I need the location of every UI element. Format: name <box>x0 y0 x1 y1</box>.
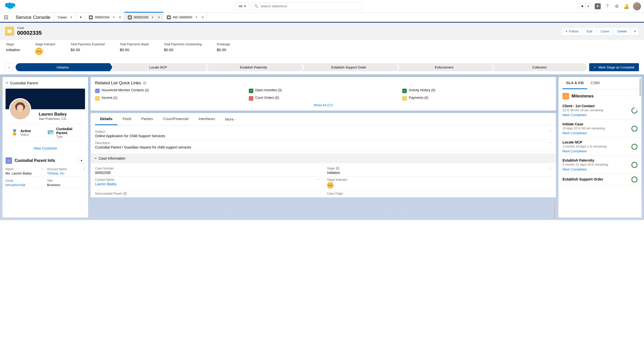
scrollbar[interactable] <box>639 79 641 96</box>
tab-interfaces[interactable]: Interfaces <box>193 113 220 125</box>
edit-pencil-icon[interactable]: ✎ <box>41 168 44 171</box>
info-icon[interactable]: i <box>143 81 146 85</box>
case-icon <box>167 15 171 19</box>
chevron-down-icon: ▼ <box>80 159 83 162</box>
notifications-bell-icon[interactable]: 🔔 <box>623 3 629 9</box>
contact-avatar <box>9 98 31 120</box>
more-actions-button[interactable]: ▼ <box>631 27 639 35</box>
right-tabset: SLA & KB C360 <box>558 77 641 89</box>
info-icon[interactable]: i <box>123 192 127 195</box>
mark-completed-link[interactable]: Mark Completed <box>562 149 629 153</box>
tab-courtfinancial[interactable]: Court/Financial <box>158 113 193 125</box>
delete-button[interactable]: Delete <box>614 27 631 35</box>
chevron-down-icon[interactable]: ▼ <box>151 16 154 19</box>
path-toggle-button[interactable]: › <box>5 63 13 71</box>
info-card-title: Custodial Parent Info <box>15 158 55 163</box>
field-title: TitleBusiness <box>47 178 85 188</box>
quick-link[interactable]: ▪Open Activities (3) <box>249 88 398 93</box>
search-icon: 🔍 <box>254 4 258 8</box>
path-step[interactable]: Establish Support Order <box>302 63 396 71</box>
app-name: Service Console <box>12 13 54 22</box>
chevron-down-icon: ▼ <box>634 30 636 33</box>
contact-card-icon: ▭ <box>6 157 12 164</box>
help-icon[interactable]: ? <box>604 3 610 9</box>
tab-label: 00002335 <box>134 15 148 19</box>
milestone-item: Establish Support Order <box>558 174 641 185</box>
global-search: All ▼ 🔍 Search Salesforce <box>19 3 579 10</box>
quick-link[interactable]: ▪Payments (0) <box>402 96 551 101</box>
workspace-tab[interactable]: 00002334▼✕ <box>85 13 124 22</box>
info-card-menu[interactable]: ▼ <box>78 158 85 163</box>
mark-completed-link[interactable]: Mark Completed <box>562 113 629 117</box>
svg-point-2 <box>17 105 23 112</box>
mark-stage-complete-button[interactable]: ✓Mark Stage as Complete <box>589 63 639 71</box>
close-icon[interactable]: ✕ <box>118 15 122 19</box>
mark-completed-link[interactable]: Mark Completed <box>562 167 629 171</box>
chevron-down-icon: ▼ <box>586 4 591 9</box>
quick-link-label: Household Member Contacts (2) <box>102 88 149 92</box>
clone-button[interactable]: Clone <box>597 27 614 35</box>
chevron-down-icon[interactable]: ▼ <box>112 16 115 19</box>
workspace-tab[interactable]: INC-0000053▼✕ <box>163 13 207 22</box>
path-step[interactable]: Enforcement <box>397 63 491 71</box>
email-link[interactable]: bmurphcrm@ <box>6 183 44 187</box>
edit-pencil-icon[interactable]: ✎ <box>549 141 551 145</box>
setup-gear-icon[interactable]: ⚙ <box>614 3 620 9</box>
tab-feed[interactable]: Feed <box>117 113 136 125</box>
path-step[interactable]: Initiation <box>16 63 110 71</box>
app-launcher-icon[interactable] <box>0 13 12 22</box>
quick-link[interactable]: ▪Income (1) <box>95 96 244 101</box>
path-step[interactable]: Locate NCP <box>111 63 205 71</box>
quick-link-label: Payments (0) <box>409 96 428 100</box>
nav-item-cases[interactable]: Cases▼ <box>54 13 76 22</box>
tab-sla-kb[interactable]: SLA & KB <box>562 77 587 89</box>
section-case-information[interactable]: Case Information <box>91 154 556 163</box>
search-input[interactable]: 🔍 Search Salesforce <box>252 3 362 10</box>
favorites-button[interactable]: ★▼ <box>579 3 591 9</box>
search-scope-dropdown[interactable]: All ▼ <box>235 3 250 10</box>
chevron-down-icon: ▼ <box>244 5 246 8</box>
tab-c360[interactable]: C360 <box>587 77 603 89</box>
highlight-stage: StageInitiation <box>6 43 20 55</box>
follow-button[interactable]: +Follow <box>561 27 583 35</box>
milestone-remaining: 19 days 22 hr 56 min remaining <box>562 127 629 130</box>
mark-completed-link[interactable]: Mark Completed <box>562 131 629 135</box>
milestone-name: Establish Paternity <box>562 158 629 162</box>
edit-pencil-icon[interactable]: ✎ <box>549 167 551 170</box>
accordion-custodial-parent[interactable]: Custodial Parent <box>3 77 88 89</box>
quick-link-icon: ▪ <box>249 96 253 101</box>
tab-more[interactable]: More⌄ <box>220 113 242 125</box>
path-step[interactable]: Collection <box>492 63 587 71</box>
scrollbar[interactable] <box>0 79 2 96</box>
scrollbar[interactable] <box>554 201 555 219</box>
show-all-link[interactable]: Show All (17) <box>95 101 551 107</box>
user-avatar[interactable] <box>633 2 641 10</box>
global-create-icon[interactable]: + <box>595 3 601 9</box>
close-icon[interactable]: ✕ <box>201 15 204 19</box>
quick-link-icon: ▪ <box>95 89 100 93</box>
tab-parties[interactable]: Parties <box>136 113 158 125</box>
edit-pencil-icon[interactable]: ✎ <box>549 130 551 133</box>
edit-button[interactable]: Edit <box>583 27 596 35</box>
tab-details[interactable]: Details <box>95 113 117 125</box>
contact-link[interactable]: Lauren Bailey <box>95 182 319 186</box>
quick-link[interactable]: ▪Activity History (0) <box>402 88 551 93</box>
tab-label: INC-0000053 <box>173 15 192 19</box>
chevron-down-icon <box>95 156 97 161</box>
account-link[interactable]: *Ohana, Inc. <box>47 171 85 175</box>
details-panel: DetailsFeedPartiesCourt/FinancialInterfa… <box>91 113 556 197</box>
quick-link[interactable]: ▪Household Member Contacts (2) <box>95 88 244 93</box>
close-icon[interactable]: ✕ <box>157 15 160 19</box>
edit-pencil-icon[interactable]: ✎ <box>83 168 85 171</box>
edit-pencil-icon[interactable]: ✎ <box>317 178 319 181</box>
progress-ring-icon <box>631 144 637 150</box>
path-step[interactable]: Establish Paternity <box>206 63 301 71</box>
view-customer-link[interactable]: View Customer <box>10 142 81 155</box>
chevron-down-icon[interactable]: ▼ <box>195 16 198 19</box>
info-icon[interactable]: i <box>336 167 339 170</box>
new-badge-icon: NEW <box>35 48 43 55</box>
workspace-tab[interactable]: 00002335▼✕ <box>124 12 163 22</box>
quick-link[interactable]: ▪Court Orders (0) <box>249 96 398 101</box>
nav-item-more[interactable]: ▼ <box>76 13 85 22</box>
field-description: DescriptionCustodial Parent / Guardian r… <box>95 140 551 151</box>
